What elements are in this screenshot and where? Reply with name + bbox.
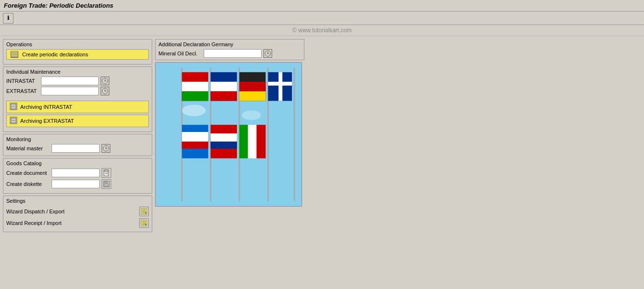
main-content: Operations Create periodic declarations …: [0, 36, 644, 235]
svg-rect-19: [104, 170, 108, 171]
monitoring-section: Monitoring Material master: [3, 134, 152, 156]
svg-rect-50: [210, 92, 237, 101]
monitoring-title: Monitoring: [6, 136, 149, 142]
info-icon[interactable]: ℹ: [3, 13, 13, 24]
svg-rect-65: [257, 125, 266, 158]
svg-rect-56: [278, 72, 282, 101]
archiving-intrastat-button[interactable]: Archiving INTRASTAT: [6, 101, 149, 113]
flags-image: [155, 62, 302, 207]
operations-section: Operations Create periodic declarations: [3, 39, 152, 65]
svg-rect-58: [182, 132, 209, 142]
svg-point-67: [242, 110, 261, 120]
intrastat-input[interactable]: [41, 77, 99, 85]
additional-declaration-title: Additional Declaration Germany: [158, 41, 301, 47]
svg-point-66: [182, 105, 206, 116]
mineral-oil-label: Mineral Oil Decl.: [158, 51, 202, 56]
wizard-receipt-row: Wizard Receipt / Import: [6, 217, 149, 229]
individual-maintenance-title: Individual Maintenance: [6, 69, 149, 75]
left-panel: Operations Create periodic declarations …: [3, 39, 152, 232]
settings-section: Settings Wizard Dispatch / Export Wizard…: [3, 196, 152, 232]
wizard-dispatch-row: Wizard Dispatch / Export: [6, 206, 149, 217]
intrastat-row: INTRASTAT: [6, 77, 149, 85]
mineral-oil-row: Mineral Oil Decl.: [158, 49, 301, 58]
intrastat-label: INTRASTAT: [6, 78, 39, 84]
svg-rect-47: [182, 92, 209, 101]
wizard-receipt-icon[interactable]: [139, 218, 149, 228]
svg-rect-49: [210, 82, 237, 92]
archive-extrastat-icon: [10, 117, 17, 125]
archiving-extrastat-row: Archiving EXTRASTAT: [6, 115, 149, 127]
goods-catalog-section: Goods Catalog Create document Create dis…: [3, 158, 152, 194]
svg-rect-53: [239, 92, 266, 101]
create-document-icon[interactable]: [102, 168, 111, 178]
svg-rect-64: [248, 125, 257, 158]
create-diskette-icon[interactable]: [102, 179, 111, 189]
extrastat-input[interactable]: [41, 87, 99, 95]
extrastat-label: EXTRASTAT: [6, 88, 39, 94]
svg-rect-23: [105, 181, 107, 183]
title-bar: Foreign Trade: Periodic Declarations: [0, 0, 644, 12]
create-document-label: Create document: [6, 170, 50, 176]
intrastat-clock-icon[interactable]: [101, 77, 109, 85]
mineral-oil-input[interactable]: [204, 49, 262, 58]
watermark-bar: © www.tutorialkart.com: [0, 25, 644, 36]
material-master-input[interactable]: [52, 144, 100, 153]
create-periodic-button[interactable]: Create periodic declarations: [6, 49, 149, 60]
svg-rect-52: [239, 82, 266, 92]
create-diskette-label: Create diskette: [6, 181, 50, 187]
individual-maintenance-section: Individual Maintenance INTRASTAT EXTRAST…: [3, 66, 152, 132]
svg-rect-24: [105, 184, 108, 186]
svg-rect-63: [239, 125, 248, 158]
wizard-receipt-label: Wizard Receipt / Import: [6, 220, 62, 226]
svg-rect-59: [182, 142, 209, 149]
page-title: Foreign Trade: Periodic Declarations: [4, 2, 640, 9]
svg-rect-46: [182, 82, 209, 92]
material-master-row: Material master: [6, 144, 149, 153]
additional-declaration-section: Additional Declaration Germany Mineral O…: [155, 39, 304, 60]
extrastat-row: EXTRASTAT: [6, 87, 149, 95]
wizard-dispatch-label: Wizard Dispatch / Export: [6, 209, 65, 214]
create-document-row: Create document: [6, 168, 149, 178]
create-diskette-input[interactable]: [52, 180, 100, 188]
create-periodic-row: Create periodic declarations: [6, 49, 149, 60]
operations-title: Operations: [6, 41, 149, 47]
material-master-label: Material master: [6, 145, 50, 151]
right-panel: Additional Declaration Germany Mineral O…: [155, 39, 304, 232]
create-periodic-icon: [11, 51, 18, 58]
mineral-oil-clock-icon[interactable]: [263, 49, 272, 58]
svg-rect-61: [210, 133, 237, 142]
archiving-extrastat-button[interactable]: Archiving EXTRASTAT: [6, 115, 149, 127]
wizard-dispatch-icon[interactable]: [139, 207, 149, 216]
toolbar: ℹ: [0, 12, 644, 25]
archive-intrastat-icon: [10, 103, 17, 111]
archiving-intrastat-row: Archiving INTRASTAT: [6, 101, 149, 113]
create-diskette-row: Create diskette: [6, 179, 149, 189]
extrastat-clock-icon[interactable]: [101, 87, 109, 95]
settings-title: Settings: [6, 198, 149, 204]
watermark-text: © www.tutorialkart.com: [292, 27, 352, 34]
material-master-clock-icon[interactable]: [102, 144, 110, 153]
create-document-input[interactable]: [52, 169, 100, 177]
svg-rect-62: [210, 142, 237, 149]
goods-catalog-title: Goods Catalog: [6, 160, 149, 166]
